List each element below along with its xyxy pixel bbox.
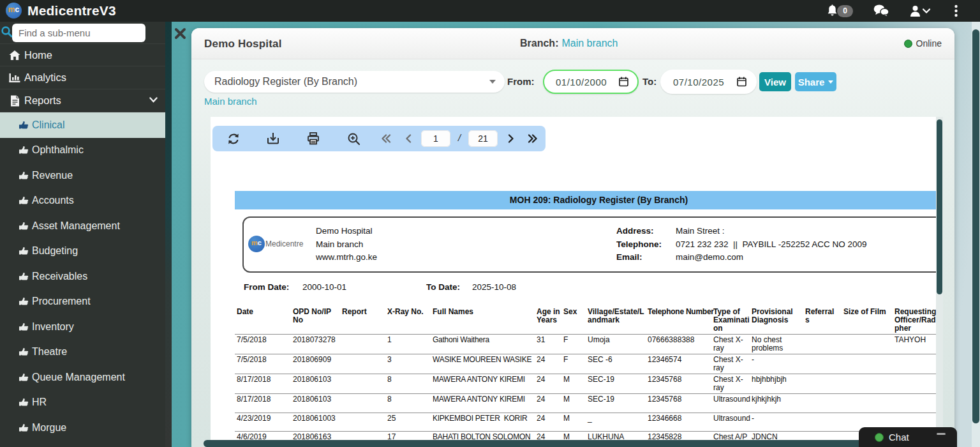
sidebar-subitem-clinical[interactable]: Clinical	[0, 112, 165, 138]
calendar-icon[interactable]	[737, 77, 746, 87]
close-panel-icon[interactable]	[174, 27, 186, 40]
overflow-menu-icon[interactable]	[951, 0, 961, 22]
table-cell: SEC -6	[586, 354, 646, 374]
sidebar-subitem-budgeting[interactable]: Budgeting	[0, 239, 165, 264]
table-cell: 3	[385, 354, 431, 374]
table-cell: 12345768	[646, 394, 711, 413]
sidebar-subitem-inventory[interactable]: Inventory	[0, 314, 165, 340]
calendar-icon[interactable]	[619, 77, 628, 87]
to-date-input[interactable]: 07/10/2025	[660, 70, 757, 94]
hand-icon	[19, 297, 29, 306]
to-date-label: To Date:	[426, 282, 460, 292]
refresh-icon[interactable]	[224, 126, 243, 151]
table-cell	[803, 413, 842, 432]
sidebar-shadow-strip	[165, 22, 172, 447]
column-header: Age in Years	[535, 307, 561, 335]
sidebar-item-label: Home	[24, 49, 52, 61]
table-cell: F	[561, 354, 586, 374]
table-cell	[803, 394, 842, 413]
column-header: Provisional Diagnosis	[750, 307, 803, 335]
report-type-select[interactable]: Radiology Register (By Branch)	[204, 71, 505, 93]
messages-icon[interactable]	[873, 0, 889, 22]
column-header: Type of Examination	[711, 307, 750, 335]
sidebar-subitem-morgue[interactable]: Morgue	[0, 415, 165, 441]
report-hscroll-thumb[interactable]	[204, 440, 928, 447]
sidebar-subitem-label: Budgeting	[32, 245, 78, 257]
next-page-icon[interactable]	[503, 126, 519, 151]
sidebar-subitem-queue-management[interactable]: Queue Management	[0, 365, 165, 390]
hand-icon	[19, 398, 29, 407]
sidebar-subitem-ophthalmic[interactable]: Ophthalmic	[0, 138, 165, 163]
current-page-input[interactable]: 1	[421, 130, 450, 147]
hand-icon	[19, 347, 29, 356]
user-menu-chevron-icon[interactable]	[921, 0, 932, 22]
hand-icon	[19, 121, 29, 130]
table-cell: MAWERA ANTONY KIREMI	[431, 374, 535, 394]
chat-minimize-icon[interactable]	[937, 433, 946, 435]
notification-count-badge[interactable]: 0	[837, 5, 853, 17]
sidebar-subitem-accounts[interactable]: Accounts	[0, 188, 165, 214]
report-logo-icon: mc	[248, 236, 265, 252]
hand-icon	[19, 246, 29, 255]
last-page-icon[interactable]	[524, 126, 542, 151]
facility-branch: Main branch	[316, 238, 377, 252]
sidebar-subitem-label: Procurement	[32, 296, 91, 307]
hand-icon	[19, 196, 29, 205]
table-cell: 24	[535, 374, 561, 394]
sidebar-subitem-label: Clinical	[32, 119, 65, 131]
view-button[interactable]: View	[759, 72, 791, 91]
sidebar-subitem-asset-management[interactable]: Asset Management	[0, 213, 165, 239]
table-row: 8/17/20182018061038MAWERA ANTONY KIREMI2…	[235, 394, 943, 413]
table-cell: 8/17/2018	[235, 394, 291, 413]
table-cell: 24	[535, 394, 561, 413]
sidebar-search-row	[0, 22, 165, 43]
table-cell: 201806103	[291, 374, 340, 394]
topbar: mc MedicentreV3 0	[0, 0, 980, 22]
sidebar-subitem-hr[interactable]: HR	[0, 390, 165, 416]
report-title-band: MOH 209: Radiology Register (By Branch)	[235, 191, 943, 209]
chat-label: Chat	[889, 432, 909, 443]
from-date-label: From Date:	[244, 282, 289, 292]
sidebar-subitem-procurement[interactable]: Procurement	[0, 289, 165, 315]
hand-icon	[19, 322, 29, 331]
sidebar-subitem-receivables[interactable]: Receivables	[0, 264, 165, 289]
user-account-icon[interactable]	[907, 0, 923, 22]
print-icon[interactable]	[304, 126, 323, 151]
sidebar-subitem-theatre[interactable]: Theatre	[0, 340, 165, 365]
branch-link[interactable]: Main branch	[561, 38, 618, 49]
from-date-input[interactable]: 01/10/2000	[543, 70, 639, 94]
sidebar: HomeAnalyticsReports ClinicalOphthalmicR…	[0, 22, 165, 447]
table-cell	[842, 374, 893, 394]
table-cell: 201806103	[291, 394, 340, 413]
download-icon[interactable]	[264, 126, 283, 151]
zoom-icon[interactable]	[344, 126, 363, 151]
sidebar-item-reports[interactable]: Reports	[0, 89, 165, 112]
prev-page-icon[interactable]	[400, 126, 417, 151]
brand[interactable]: mc MedicentreV3	[6, 3, 116, 19]
sidebar-item-analytics[interactable]: Analytics	[0, 66, 165, 89]
report-vscroll-thumb[interactable]	[937, 119, 942, 294]
sidebar-item-home[interactable]: Home	[0, 43, 165, 66]
main-branch-link[interactable]: Main branch	[204, 96, 257, 107]
table-cell: 2018061003	[291, 413, 340, 432]
sidebar-item-label: Reports	[24, 95, 61, 107]
first-page-icon[interactable]	[377, 126, 395, 151]
sidebar-subitem-revenue[interactable]: Revenue	[0, 163, 165, 188]
chat-widget[interactable]: Chat	[859, 427, 957, 447]
hand-icon	[19, 423, 29, 432]
to-date-text: 2025-10-08	[472, 282, 516, 292]
table-cell: 7/5/2018	[235, 335, 291, 354]
report-title: MOH 209: Radiology Register (By Branch)	[235, 191, 943, 209]
share-button[interactable]: Share	[795, 72, 836, 91]
window-scrollbar-thumb[interactable]	[972, 29, 979, 423]
table-cell	[842, 354, 893, 374]
search-input[interactable]	[12, 24, 145, 42]
table-cell: SEC-19	[586, 374, 646, 394]
panel-body: Radiology Register (By Branch) From: 01/…	[191, 59, 954, 447]
table-cell: -	[750, 354, 803, 374]
column-header: X-Ray No.	[385, 307, 431, 335]
email-label: Email:	[616, 251, 662, 264]
table-cell: 24	[535, 354, 561, 374]
table-cell: _	[586, 413, 646, 432]
table-cell: 12346574	[646, 354, 711, 374]
